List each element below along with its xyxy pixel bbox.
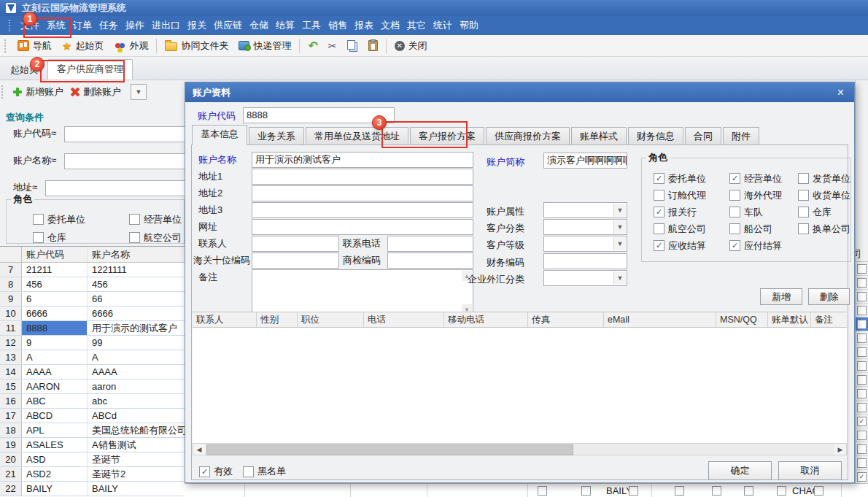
table-row[interactable]: 16 ABC abc	[0, 394, 185, 409]
scrollbar-thumb[interactable]	[206, 444, 573, 455]
scroll-left-icon[interactable]: ◀	[193, 444, 205, 455]
address3-field[interactable]	[252, 202, 473, 218]
delete-account-button[interactable]: 删除账户	[67, 84, 125, 100]
appearance-button[interactable]: 外观	[109, 37, 153, 55]
delete-contact-button[interactable]: 删除	[808, 288, 850, 305]
account-code-filter-input[interactable]	[64, 126, 186, 142]
chevron-down-icon[interactable]: ▼	[613, 204, 626, 217]
contacts-column-header[interactable]: 移动电话	[444, 312, 528, 327]
customs-code-field[interactable]	[252, 253, 339, 269]
contacts-column-header[interactable]: 传真	[528, 312, 604, 327]
contact-person-field[interactable]	[252, 236, 339, 252]
table-row[interactable]: 19 ASALES A销售测试	[0, 438, 185, 452]
chevron-down-icon[interactable]: ▼	[613, 220, 626, 234]
address2-field[interactable]	[252, 185, 473, 201]
menu-item[interactable]: 报关	[184, 16, 210, 35]
contacts-column-header[interactable]: 性别	[257, 312, 298, 327]
menu-item[interactable]: 帮助	[456, 16, 482, 35]
cancel-button[interactable]: 取消	[778, 461, 842, 480]
contacts-column-header[interactable]: 联系人	[193, 312, 257, 327]
role-filter-checkbox[interactable]: 航空公司	[129, 228, 184, 247]
role-checkbox[interactable]: 报关行	[654, 204, 729, 220]
role-checkbox[interactable]: 经营单位	[729, 170, 798, 187]
role-checkbox[interactable]: 船公司	[729, 220, 798, 237]
scroll-right-icon[interactable]: ▶	[834, 444, 846, 455]
role-checkbox[interactable]: 应收结算	[654, 237, 729, 254]
blacklist-checkbox[interactable]: 黑名单	[243, 465, 286, 478]
menu-item[interactable]: 销售	[325, 16, 351, 35]
role-checkbox[interactable]: 收货单位	[798, 187, 850, 204]
role-checkbox[interactable]: 订舱代理	[654, 187, 729, 204]
table-row[interactable]: 13 A A	[0, 350, 185, 365]
table-row[interactable]: 10 6666 6666	[0, 307, 185, 321]
paste-button[interactable]	[363, 38, 383, 53]
dialog-tab[interactable]: 合同	[685, 127, 721, 145]
table-row[interactable]: 9 6 66	[0, 292, 185, 307]
role-checkbox[interactable]: 委托单位	[654, 170, 729, 187]
account-attribute-select[interactable]: ▼	[543, 202, 627, 218]
menu-item[interactable]: 订单	[69, 16, 96, 35]
home-page-button[interactable]: ★ 起始页	[57, 37, 109, 55]
account-short-name-field[interactable]: 演示客户啊啊啊啊啊	[543, 153, 627, 169]
account-code-column-header[interactable]: 账户代码	[22, 247, 88, 262]
role-filter-checkbox[interactable]: 经营单位	[129, 210, 184, 228]
menu-item[interactable]: 工具	[298, 16, 325, 35]
table-row[interactable]: 8 456 456	[0, 277, 185, 292]
table-row[interactable]: 21 ASD2 圣诞节2	[0, 467, 185, 482]
add-contact-button[interactable]: 新增	[760, 288, 802, 305]
role-checkbox[interactable]: 换单公司	[798, 220, 850, 237]
role-checkbox[interactable]: 海外代理	[729, 187, 798, 204]
horizontal-scrollbar[interactable]: ◀ ▶	[193, 443, 847, 455]
role-checkbox[interactable]: 航空公司	[654, 220, 729, 237]
dialog-tab[interactable]: 账单样式	[571, 127, 627, 145]
express-manage-button[interactable]: 快递管理	[233, 37, 296, 55]
dialog-tab[interactable]: 供应商报价方案	[486, 127, 570, 145]
nav-button[interactable]: 导航	[12, 37, 57, 55]
menu-item[interactable]: 进出口	[148, 16, 184, 35]
dialog-tab[interactable]: 附件	[723, 127, 759, 145]
dialog-close-icon[interactable]: ×	[834, 87, 847, 99]
customer-grade-select[interactable]: ▼	[543, 236, 627, 252]
menu-item[interactable]: 操作	[122, 16, 148, 35]
table-row[interactable]: 12 9 99	[0, 336, 185, 350]
dialog-tab[interactable]: 基本信息	[192, 125, 247, 145]
address1-field[interactable]	[252, 169, 473, 185]
forex-category-select[interactable]: ▼	[543, 270, 627, 286]
table-row[interactable]: 14 AAAA AAAA	[0, 365, 185, 380]
valid-checkbox[interactable]: 有效	[199, 465, 233, 478]
finance-code-field[interactable]	[543, 253, 627, 269]
menu-item[interactable]: 供应链	[210, 16, 246, 35]
cut-button[interactable]: ✂	[323, 39, 342, 53]
table-row[interactable]: 22 BAILY BAILY	[0, 482, 185, 496]
contacts-table-body[interactable]	[193, 328, 847, 443]
menu-item[interactable]: 报表	[351, 16, 377, 35]
undo-button[interactable]: ↶	[303, 39, 322, 53]
dialog-tab[interactable]: 业务关系	[249, 127, 304, 145]
table-row[interactable]: 11 8888 用于演示的测试客户	[0, 321, 185, 336]
account-name-column-header[interactable]: 账户名称	[88, 247, 185, 262]
close-button[interactable]: ✕ 关闭	[390, 37, 433, 55]
contacts-column-header[interactable]: eMail	[604, 312, 716, 327]
contacts-column-header[interactable]: 备注	[811, 312, 847, 327]
contacts-column-header[interactable]: 账单默认	[768, 312, 811, 327]
role-checkbox[interactable]: 应付结算	[729, 237, 798, 254]
table-row[interactable]: 15 AARON aaron	[0, 380, 185, 394]
copy-button[interactable]	[342, 38, 363, 54]
role-filter-checkbox[interactable]: 仓库	[33, 228, 129, 247]
table-row[interactable]: 20 ASD 圣诞节	[0, 452, 185, 467]
account-name-field[interactable]: 用于演示的测试客户	[252, 152, 473, 168]
menu-item[interactable]: 结算	[272, 16, 298, 35]
ok-button[interactable]: 确定	[708, 461, 772, 480]
contacts-column-header[interactable]: 电话	[364, 312, 444, 327]
chevron-down-icon[interactable]: ▼	[613, 271, 626, 285]
dialog-tab[interactable]: 财务信息	[628, 127, 683, 145]
role-checkbox[interactable]: 仓库	[798, 204, 850, 220]
menu-item[interactable]: 其它	[403, 16, 430, 35]
chevron-down-icon[interactable]: ▼	[613, 237, 626, 250]
contacts-column-header[interactable]: 职位	[298, 312, 364, 327]
add-account-button[interactable]: 新增账户	[9, 84, 67, 100]
role-checkbox[interactable]: 车队	[729, 204, 798, 220]
menu-item[interactable]: 文档	[377, 16, 403, 35]
website-field[interactable]	[252, 219, 473, 235]
contacts-column-header[interactable]: MSN/QQ	[716, 312, 768, 327]
